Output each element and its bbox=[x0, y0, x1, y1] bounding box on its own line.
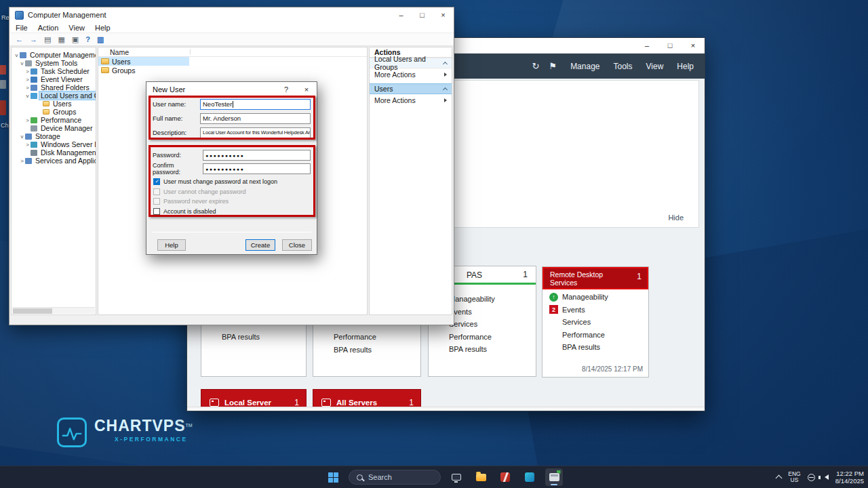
language-indicator[interactable]: ENG US bbox=[788, 471, 800, 483]
nav-icon[interactable]: ⚑ bbox=[549, 61, 557, 71]
minimize-button[interactable]: – bbox=[635, 38, 658, 53]
hide-link[interactable]: Hide bbox=[668, 214, 684, 222]
tile-row[interactable]: BPA results bbox=[542, 341, 648, 354]
tree-item[interactable]: v Local Users and Groups bbox=[12, 92, 96, 100]
dialog-titlebar[interactable]: New User ? × bbox=[146, 82, 317, 96]
expander-icon[interactable]: > bbox=[24, 117, 31, 123]
all-servers-tile[interactable]: All Servers 1 bbox=[313, 389, 421, 407]
expander-icon[interactable]: > bbox=[24, 85, 31, 91]
collapse-icon[interactable] bbox=[443, 87, 448, 92]
tree-item[interactable]: > Event Viewer bbox=[12, 75, 96, 83]
volume-icon[interactable] bbox=[825, 474, 829, 480]
maximize-button[interactable]: □ bbox=[412, 7, 433, 22]
tile-row[interactable]: Performance bbox=[542, 329, 648, 342]
toolbar-icon[interactable]: ▤ bbox=[44, 36, 51, 43]
menu-item[interactable]: File bbox=[16, 24, 28, 32]
create-button[interactable]: Create bbox=[245, 239, 275, 251]
monitor-app-icon[interactable] bbox=[448, 468, 465, 486]
tile-row[interactable]: 2 Events bbox=[542, 304, 648, 317]
menu-item[interactable]: View bbox=[646, 62, 664, 71]
tile-row[interactable]: Performance bbox=[313, 331, 420, 344]
checkbox[interactable] bbox=[153, 188, 160, 195]
tree-item[interactable]: v Storage bbox=[12, 132, 96, 140]
password-input[interactable]: ●●●●●●●●●● bbox=[203, 163, 311, 174]
menu-item[interactable]: Help bbox=[95, 24, 111, 32]
tree-item[interactable]: > Performance bbox=[12, 116, 96, 124]
password-input[interactable]: ●●●●●●●●●● bbox=[203, 150, 311, 161]
text-input[interactable]: Mr. Anderson bbox=[200, 113, 311, 124]
toolbar-icon[interactable]: ▣ bbox=[72, 36, 79, 43]
close-button[interactable]: × bbox=[433, 7, 454, 22]
nav-icon[interactable]: ↻ bbox=[532, 61, 540, 71]
context-help-button[interactable]: ? bbox=[276, 82, 296, 96]
tree-item[interactable]: v System Tools bbox=[12, 59, 96, 67]
clock[interactable]: 12:22 PM 8/14/2025 bbox=[835, 470, 864, 485]
checkbox[interactable] bbox=[153, 198, 160, 205]
help-button[interactable]: Help bbox=[157, 239, 186, 251]
tile-row[interactable]: Services bbox=[542, 316, 648, 329]
tile-row[interactable]: BPA results bbox=[313, 344, 420, 357]
toolbar-icon[interactable]: ← bbox=[16, 36, 23, 43]
network-icon[interactable] bbox=[808, 474, 815, 481]
text-input[interactable]: Local User Account for this Wonderful He… bbox=[200, 127, 311, 138]
checkbox[interactable] bbox=[153, 208, 160, 215]
close-button[interactable]: × bbox=[682, 38, 705, 53]
tile-row[interactable]: BPA results bbox=[201, 331, 306, 344]
collapse-icon[interactable] bbox=[443, 62, 448, 66]
teal-app-icon[interactable] bbox=[521, 468, 538, 486]
tree-item[interactable]: v Computer Management (Local) bbox=[12, 51, 96, 59]
desktop-icon-fragment[interactable] bbox=[0, 80, 6, 89]
server-manager-taskbar-icon[interactable] bbox=[545, 468, 563, 486]
scrollbar-thumb[interactable] bbox=[13, 308, 52, 314]
maximize-button[interactable]: □ bbox=[658, 38, 682, 53]
tile-header[interactable]: Remote Desktop Services 1 bbox=[542, 267, 648, 289]
tree-item[interactable]: > Shared Folders bbox=[12, 83, 96, 92]
expander-icon[interactable]: > bbox=[24, 77, 31, 83]
list-item[interactable]: Groups bbox=[98, 66, 367, 75]
horizontal-scrollbar[interactable] bbox=[187, 407, 705, 411]
expander-icon[interactable]: v bbox=[14, 52, 20, 58]
tree-item[interactable]: Disk Management bbox=[12, 148, 96, 157]
expander-icon[interactable]: v bbox=[24, 93, 31, 99]
actions-group-header[interactable]: Local Users and Groups bbox=[370, 58, 452, 68]
checkbox-row[interactable]: Password never expires bbox=[153, 197, 310, 207]
tree-item[interactable]: > Windows Server Backup bbox=[12, 140, 96, 148]
tile-row[interactable]: BPA results bbox=[429, 343, 536, 356]
toolbar-icon[interactable]: ▥ bbox=[97, 36, 104, 43]
tree-item[interactable]: Device Manager bbox=[12, 124, 96, 132]
taskbar-search[interactable]: Search bbox=[349, 470, 441, 485]
red-app-icon[interactable] bbox=[496, 468, 514, 486]
expander-icon[interactable]: v bbox=[19, 134, 25, 140]
checkbox[interactable] bbox=[153, 178, 160, 185]
tile-row[interactable]: Manageability bbox=[542, 291, 648, 304]
text-input[interactable]: NeoTester bbox=[200, 99, 311, 110]
local-server-tile[interactable]: Local Server 1 bbox=[201, 389, 307, 407]
toolbar-icon[interactable]: → bbox=[30, 36, 37, 43]
tree-item[interactable]: Groups bbox=[12, 108, 96, 116]
horizontal-scrollbar[interactable] bbox=[12, 307, 95, 314]
computer-management-titlebar[interactable]: Computer Management – □ × bbox=[9, 7, 454, 22]
desktop-icon-fragment[interactable] bbox=[0, 100, 6, 115]
column-header-name[interactable]: Name bbox=[98, 47, 367, 57]
tree-item[interactable]: Users bbox=[12, 100, 96, 108]
start-button[interactable] bbox=[324, 468, 342, 486]
list-item[interactable]: Users bbox=[98, 57, 189, 66]
menu-item[interactable]: Action bbox=[38, 24, 59, 32]
checkbox-row[interactable]: Account is disabled bbox=[153, 207, 310, 217]
tree-item[interactable]: > Task Scheduler bbox=[12, 67, 96, 75]
expander-icon[interactable]: > bbox=[19, 158, 25, 164]
expander-icon[interactable]: v bbox=[19, 60, 25, 66]
menu-item[interactable]: Help bbox=[677, 62, 694, 71]
close-dialog-button[interactable]: Close bbox=[282, 239, 312, 251]
close-button[interactable]: × bbox=[296, 82, 317, 96]
toolbar-icon[interactable]: ? bbox=[85, 36, 90, 43]
tree-item[interactable]: > Services and Applications bbox=[12, 157, 96, 165]
actions-group-header[interactable]: Users bbox=[370, 83, 452, 94]
toolbar-icon[interactable]: ▦ bbox=[58, 36, 64, 43]
minimize-button[interactable]: – bbox=[391, 7, 412, 22]
checkbox-row[interactable]: User cannot change password bbox=[153, 187, 310, 197]
tray-overflow-chevron-icon[interactable] bbox=[776, 475, 783, 482]
tile-row[interactable]: Performance bbox=[429, 331, 536, 344]
checkbox-row[interactable]: User must change password at next logon bbox=[153, 177, 310, 187]
desktop-icon-fragment[interactable] bbox=[0, 65, 6, 75]
